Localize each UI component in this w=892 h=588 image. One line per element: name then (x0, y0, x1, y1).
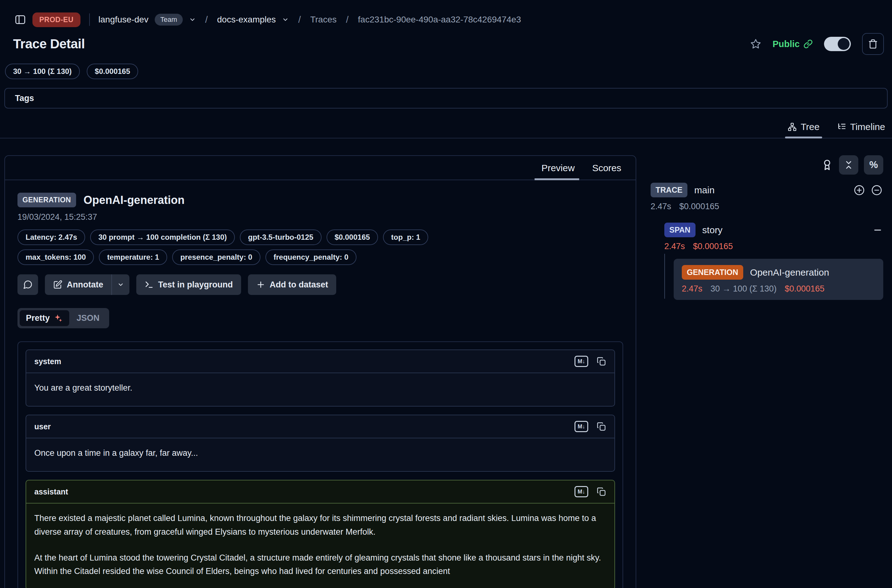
breadcrumb-separator: / (346, 14, 348, 25)
message-assistant: assistant M↓ There existed a majestic pl… (26, 480, 615, 588)
message-system: system M↓ You are a great storyteller. (26, 350, 615, 406)
minus-icon[interactable] (872, 225, 883, 235)
markdown-toggle-icon[interactable]: M↓ (575, 356, 588, 367)
environment-badge[interactable]: PROD-EU (32, 12, 81, 27)
generation-name: OpenAI-generation (750, 267, 829, 278)
message-user: user M↓ Once upon a time in a galaxy far… (26, 415, 615, 472)
temperature-badge: temperature: 1 (99, 249, 167, 265)
tree-node-generation-selected[interactable]: GENERATION OpenAI-generation 2.47s 30 → … (674, 259, 883, 300)
markdown-toggle-icon[interactable]: M↓ (575, 486, 588, 497)
latency-badge: Latency: 2.47s (18, 230, 85, 245)
trace-name: main (694, 185, 715, 195)
trace-latency: 2.47s (650, 202, 671, 212)
timeline-icon (837, 122, 847, 132)
award-icon[interactable] (821, 159, 833, 171)
tab-timeline-label: Timeline (850, 122, 885, 132)
format-json-segment[interactable]: JSON (69, 310, 107, 326)
tags-label: Tags (15, 93, 34, 103)
test-in-playground-button[interactable]: Test in playground (136, 274, 241, 295)
copy-icon[interactable] (596, 422, 606, 432)
cost-badge[interactable]: $0.000165 (327, 230, 378, 245)
top-p-badge: top_p: 1 (383, 230, 428, 245)
public-link[interactable]: Public (773, 39, 813, 49)
sidebar-toggle-icon[interactable] (14, 14, 26, 26)
generation-cost: $0.000165 (785, 284, 824, 294)
generation-metrics: 2.47s 30 → 100 (Σ 130) $0.000165 (682, 284, 875, 294)
delete-trace-button[interactable] (862, 33, 884, 55)
breadcrumb-project[interactable]: docs-examples (217, 15, 276, 25)
tab-tree[interactable]: Tree (787, 122, 820, 138)
max-tokens-badge: max_tokens: 100 (18, 249, 94, 265)
public-label: Public (773, 39, 800, 49)
sparkles-icon (54, 314, 63, 323)
edit-icon (53, 280, 62, 290)
generation-latency: 2.47s (682, 284, 702, 294)
tree-connector-line (664, 254, 665, 298)
tree-node-trace[interactable]: TRACE main (650, 183, 887, 197)
breadcrumb-org[interactable]: langfuse-dev (99, 15, 149, 25)
public-toggle[interactable] (824, 37, 851, 51)
comment-button[interactable] (18, 274, 38, 295)
message-role: assistant (34, 487, 68, 496)
format-pretty-segment[interactable]: Pretty (20, 310, 69, 326)
fold-vertical-icon (844, 160, 854, 170)
span-type-badge: SPAN (664, 223, 695, 237)
bookmark-star-icon[interactable] (750, 38, 761, 50)
annotate-button[interactable]: Annotate (45, 274, 129, 295)
frequency-penalty-badge: frequency_penalty: 0 (266, 249, 356, 265)
token-usage-badge[interactable]: 30 prompt → 100 completion (Σ 130) (90, 230, 235, 245)
observation-type-badge: GENERATION (18, 193, 76, 207)
observation-badges: Latency: 2.47s 30 prompt → 100 completio… (5, 222, 510, 265)
action-buttons: Annotate Test in playground Add to datas… (5, 265, 636, 295)
link-icon (803, 39, 813, 49)
chevron-down-icon[interactable] (189, 16, 196, 23)
message-content: There existed a majestic planet called L… (26, 504, 614, 588)
add-to-dataset-button[interactable]: Add to dataset (248, 274, 336, 295)
trace-type-badge: TRACE (650, 183, 688, 197)
org-plan-badge: Team (155, 14, 183, 26)
collapse-node-icon[interactable] (871, 184, 883, 196)
assistant-paragraph: At the heart of Lumina stood the towerin… (34, 551, 606, 578)
annotate-dropdown-button[interactable] (112, 274, 129, 295)
plus-icon (256, 280, 266, 290)
trace-cost-badge: $0.000165 (87, 64, 138, 79)
tab-preview[interactable]: Preview (541, 163, 575, 180)
breadcrumb-separator: / (298, 14, 301, 25)
markdown-toggle-icon[interactable]: M↓ (575, 421, 588, 432)
expand-all-icon[interactable] (853, 184, 865, 196)
toggle-knob (838, 38, 850, 50)
observation-name: OpenAI-generation (84, 194, 185, 207)
pretty-label: Pretty (26, 314, 50, 323)
comment-icon (23, 280, 33, 290)
copy-icon[interactable] (596, 487, 606, 496)
title-row: Trace Detail Public (0, 30, 892, 55)
tab-scores[interactable]: Scores (592, 163, 621, 180)
tree-node-span[interactable]: SPAN story (664, 223, 887, 237)
format-toggle: Pretty JSON (18, 308, 109, 328)
page-title: Trace Detail (13, 36, 85, 51)
breadcrumb-traces[interactable]: Traces (310, 15, 337, 25)
io-container: system M↓ You are a great storyteller. u… (18, 341, 623, 588)
tags-box[interactable]: Tags (5, 88, 887, 108)
playground-label: Test in playground (158, 280, 233, 290)
annotate-label: Annotate (67, 280, 103, 290)
trash-icon (868, 39, 878, 49)
percent-icon: % (869, 159, 878, 171)
trace-cost: $0.000165 (679, 202, 719, 212)
trace-tree-sidebar: % TRACE main 2.47s (636, 155, 887, 300)
metrics-toggle-button[interactable]: % (864, 155, 883, 175)
generation-tokens: 30 → 100 (Σ 130) (710, 284, 776, 294)
tab-timeline[interactable]: Timeline (837, 122, 885, 138)
message-content: Once upon a time in a galaxy far, far aw… (26, 438, 614, 471)
collapse-all-button[interactable] (839, 155, 858, 175)
divider (89, 14, 90, 26)
view-tabs: Tree Timeline (0, 122, 892, 138)
observation-panel: Preview Scores GENERATION OpenAI-generat… (5, 155, 636, 588)
trace-metrics: 2.47s $0.000165 (650, 202, 887, 212)
panel-tabs: Preview Scores (5, 156, 636, 180)
chevron-down-icon[interactable] (282, 16, 289, 23)
chevron-down-icon (117, 281, 124, 288)
model-badge[interactable]: gpt-3.5-turbo-0125 (240, 230, 321, 245)
presence-penalty-badge: presence_penalty: 0 (172, 249, 260, 265)
copy-icon[interactable] (596, 356, 606, 366)
